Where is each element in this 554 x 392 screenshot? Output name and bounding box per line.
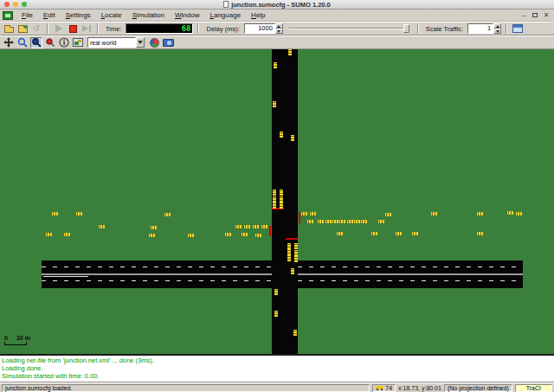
- vehicle[interactable]: [280, 196, 283, 202]
- edit-viewport-button[interactable]: [72, 37, 84, 48]
- chevron-down-icon[interactable]: [136, 37, 145, 48]
- vehicle[interactable]: [293, 330, 297, 336]
- vehicle[interactable]: [242, 233, 248, 236]
- vehicle[interactable]: [287, 249, 291, 255]
- menu-file[interactable]: File: [16, 10, 38, 20]
- vehicle[interactable]: [188, 234, 194, 237]
- vehicle[interactable]: [385, 213, 391, 216]
- vehicle[interactable]: [294, 256, 298, 262]
- vehicle[interactable]: [261, 225, 267, 228]
- minimize-dot-icon[interactable]: [13, 2, 18, 7]
- status-bar: junction.sumocfg loaded. 74 x:18.73, y:8…: [0, 382, 554, 392]
- scale-traffic-input[interactable]: 1: [467, 23, 493, 34]
- vehicle[interactable]: [149, 234, 155, 237]
- vehicle[interactable]: [332, 220, 338, 223]
- vehicle[interactable]: [274, 62, 277, 68]
- recenter-view-button[interactable]: [3, 37, 15, 48]
- vehicle[interactable]: [76, 212, 82, 215]
- vehicle[interactable]: [225, 233, 231, 236]
- vehicle[interactable]: [307, 220, 313, 223]
- vehicle[interactable]: [287, 255, 291, 261]
- vehicle[interactable]: [151, 226, 157, 229]
- zoom-dot-icon[interactable]: [22, 2, 27, 7]
- reload-button[interactable]: ↺: [30, 23, 42, 35]
- run-button[interactable]: [53, 23, 65, 35]
- menu-settings[interactable]: Settings: [61, 10, 96, 20]
- vehicle[interactable]: [318, 220, 324, 223]
- vehicle[interactable]: [255, 234, 261, 237]
- new-view-button[interactable]: [512, 23, 524, 35]
- slider-handle[interactable]: [403, 24, 409, 33]
- vehicle[interactable]: [273, 101, 276, 107]
- snapshot-button[interactable]: [162, 37, 174, 48]
- coloring-scheme-select[interactable]: real world: [87, 37, 145, 48]
- vehicle[interactable]: [287, 243, 291, 249]
- vehicle[interactable]: [64, 233, 70, 236]
- vehicle[interactable]: [325, 220, 332, 223]
- vehicle[interactable]: [274, 311, 278, 317]
- vehicle[interactable]: [516, 212, 522, 215]
- scale-bar: [4, 342, 27, 345]
- step-button[interactable]: [81, 23, 93, 35]
- scale-down-icon[interactable]: [493, 29, 501, 34]
- open-config-button[interactable]: [3, 23, 15, 35]
- vehicle[interactable]: [301, 212, 307, 215]
- vehicle[interactable]: [46, 233, 52, 236]
- vehicle[interactable]: [273, 190, 276, 196]
- vehicle[interactable]: [477, 212, 483, 215]
- menu-window[interactable]: Window: [170, 10, 204, 20]
- vehicle[interactable]: [273, 196, 276, 202]
- vehicle[interactable]: [294, 243, 298, 249]
- edit-coloring-button[interactable]: [148, 37, 160, 48]
- vehicle[interactable]: [354, 220, 360, 223]
- minimize-icon[interactable]: –: [519, 11, 528, 19]
- vehicle[interactable]: [339, 220, 345, 223]
- vehicle[interactable]: [477, 232, 483, 235]
- stop-button[interactable]: [67, 23, 79, 35]
- vehicle[interactable]: [164, 213, 171, 216]
- vehicle-info-button[interactable]: [58, 37, 70, 48]
- vehicle[interactable]: [99, 225, 105, 228]
- vehicle[interactable]: [280, 202, 283, 209]
- vehicle[interactable]: [337, 232, 343, 235]
- vehicle[interactable]: [274, 289, 278, 295]
- vehicle[interactable]: [235, 225, 242, 228]
- delay-slider[interactable]: [288, 23, 409, 34]
- vehicle[interactable]: [280, 190, 283, 196]
- menu-help[interactable]: Help: [246, 10, 270, 20]
- close-dot-icon[interactable]: [4, 2, 10, 7]
- menu-edit[interactable]: Edit: [38, 10, 61, 20]
- message-log[interactable]: Loading net-file from 'junction.net.xml'…: [0, 356, 554, 382]
- vehicle[interactable]: [291, 135, 294, 141]
- open-network-button[interactable]: [16, 23, 29, 35]
- vehicle[interactable]: [412, 232, 418, 235]
- locate-vehicle-button[interactable]: [44, 37, 56, 48]
- reload-icon: ↺: [33, 24, 40, 33]
- vehicle[interactable]: [280, 132, 283, 138]
- restore-icon[interactable]: [531, 11, 539, 19]
- vehicle[interactable]: [507, 211, 513, 215]
- delay-down-icon[interactable]: [275, 29, 283, 34]
- simulation-view[interactable]: 0 10 m: [0, 49, 554, 356]
- locate-junction-button[interactable]: [30, 37, 42, 48]
- vehicle[interactable]: [310, 212, 316, 215]
- vehicle[interactable]: [371, 232, 377, 235]
- vehicle[interactable]: [273, 202, 276, 209]
- vehicle[interactable]: [431, 212, 437, 215]
- vehicle[interactable]: [347, 220, 353, 223]
- vehicle[interactable]: [378, 220, 384, 223]
- vehicle[interactable]: [253, 225, 259, 228]
- vehicle[interactable]: [294, 250, 298, 256]
- vehicle[interactable]: [52, 212, 58, 215]
- vehicle[interactable]: [244, 225, 250, 228]
- vehicle[interactable]: [396, 232, 402, 235]
- delay-input[interactable]: 1000: [244, 23, 275, 34]
- menu-simulation[interactable]: Simulation: [127, 10, 170, 20]
- menu-language[interactable]: Language: [204, 10, 246, 20]
- vehicle[interactable]: [288, 49, 292, 55]
- vehicle[interactable]: [361, 220, 367, 223]
- menu-locate[interactable]: Locate: [96, 10, 127, 20]
- vehicle[interactable]: [291, 268, 294, 274]
- zoom-style-button[interactable]: [16, 37, 29, 48]
- close-icon[interactable]: ✕: [542, 11, 551, 19]
